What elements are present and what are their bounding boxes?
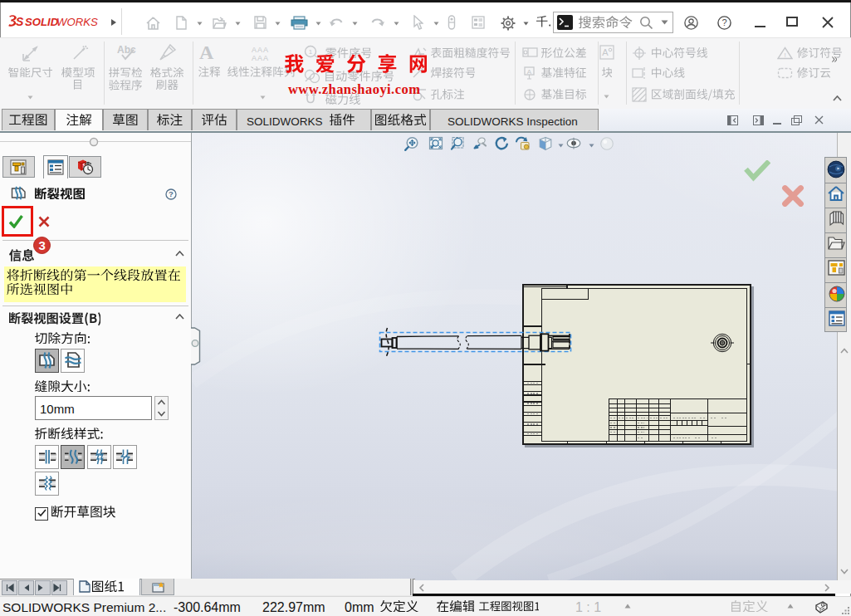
svg-text:?: ? <box>721 17 726 27</box>
svg-text:A: A <box>527 68 532 76</box>
svg-text:!: ! <box>784 51 785 59</box>
svg-text:A: A <box>602 47 609 57</box>
svg-text:?: ? <box>169 189 174 198</box>
svg-text:SOLID: SOLID <box>25 16 59 28</box>
svg-text:WORKS: WORKS <box>56 16 98 28</box>
svg-text:S: S <box>16 15 24 28</box>
